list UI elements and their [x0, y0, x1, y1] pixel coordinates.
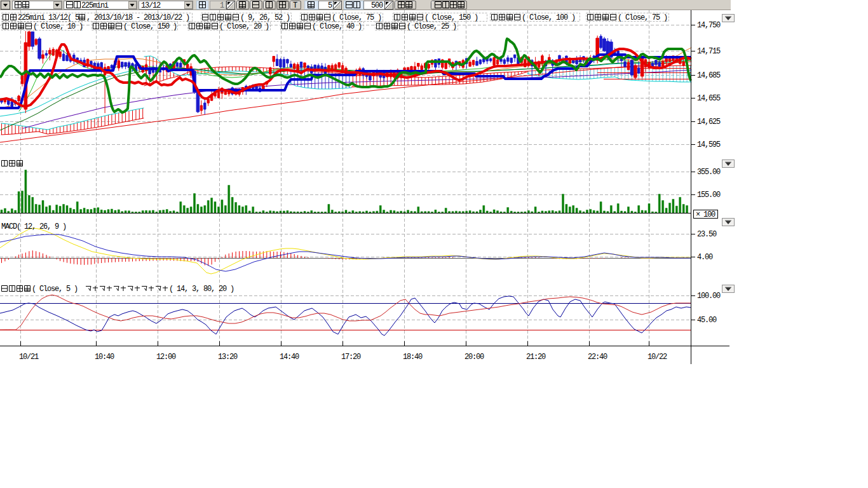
svg-text:4.00: 4.00 — [697, 253, 713, 262]
svg-text:( Close, 100 ): ( Close, 100 ) — [522, 13, 575, 22]
svg-text:14:40: 14:40 — [280, 353, 299, 362]
svg-text:14,595: 14,595 — [697, 140, 721, 149]
svg-text:1: 1 — [220, 1, 224, 10]
svg-text:( Close, 40 ): ( Close, 40 ) — [312, 22, 362, 31]
svg-text:12:00: 12:00 — [156, 353, 176, 362]
svg-text:13/12: 13/12 — [141, 1, 161, 10]
svg-text:× 100: × 100 — [696, 210, 715, 219]
svg-text:( 14, 3, 80, 20 ): ( 14, 3, 80, 20 ) — [169, 285, 234, 294]
svg-text:( Close, 150 ): ( Close, 150 ) — [123, 22, 177, 31]
svg-text:22:40: 22:40 — [588, 353, 607, 362]
svg-text:18:40: 18:40 — [403, 353, 423, 362]
svg-text:T: T — [293, 1, 297, 10]
svg-text:155.00: 155.00 — [697, 191, 721, 200]
svg-text:( Close, 5 ): ( Close, 5 ) — [32, 285, 78, 294]
svg-text:5: 5 — [328, 1, 332, 10]
svg-text:21:20: 21:20 — [526, 353, 546, 362]
svg-text:( 9, 26, 52 ): ( 9, 26, 52 ) — [240, 13, 290, 22]
svg-text:225mini: 225mini — [81, 1, 109, 10]
svg-text:14,655: 14,655 — [697, 94, 721, 103]
svg-text:45.00: 45.00 — [697, 316, 717, 325]
svg-text:10:40: 10:40 — [95, 353, 114, 362]
svg-text:( Close, 75 ): ( Close, 75 ) — [618, 13, 667, 22]
svg-text:14,715: 14,715 — [697, 47, 721, 56]
svg-text:14,685: 14,685 — [697, 71, 721, 80]
svg-text:225mini 13/12( 5: 225mini 13/12( 5 — [18, 13, 79, 22]
svg-text:14,625: 14,625 — [697, 118, 721, 126]
svg-text:, 2013/10/18 - 2013/10/22 ): , 2013/10/18 - 2013/10/22 ) — [86, 13, 189, 22]
svg-text:( Close, 10 ): ( Close, 10 ) — [33, 22, 83, 31]
svg-text:17:20: 17:20 — [341, 353, 361, 362]
svg-text:10/21: 10/21 — [19, 353, 39, 362]
svg-text:23.50: 23.50 — [697, 230, 717, 239]
svg-text:20:00: 20:00 — [465, 353, 484, 362]
svg-text:100.00: 100.00 — [697, 292, 721, 301]
svg-text:14,750: 14,750 — [697, 21, 721, 30]
svg-text:( Close, 150 ): ( Close, 150 ) — [424, 13, 478, 22]
svg-text:13:20: 13:20 — [218, 353, 238, 362]
svg-text:( Close, 20 ): ( Close, 20 ) — [219, 22, 269, 31]
svg-text:355.00: 355.00 — [697, 168, 721, 177]
svg-text:10/22: 10/22 — [648, 353, 667, 362]
svg-text:( Close, 25 ): ( Close, 25 ) — [407, 22, 456, 31]
svg-text:500: 500 — [371, 1, 383, 10]
svg-text:( Close, 75 ): ( Close, 75 ) — [332, 13, 381, 22]
svg-text:MACD( 12, 26, 9 ): MACD( 12, 26, 9 ) — [1, 222, 66, 231]
